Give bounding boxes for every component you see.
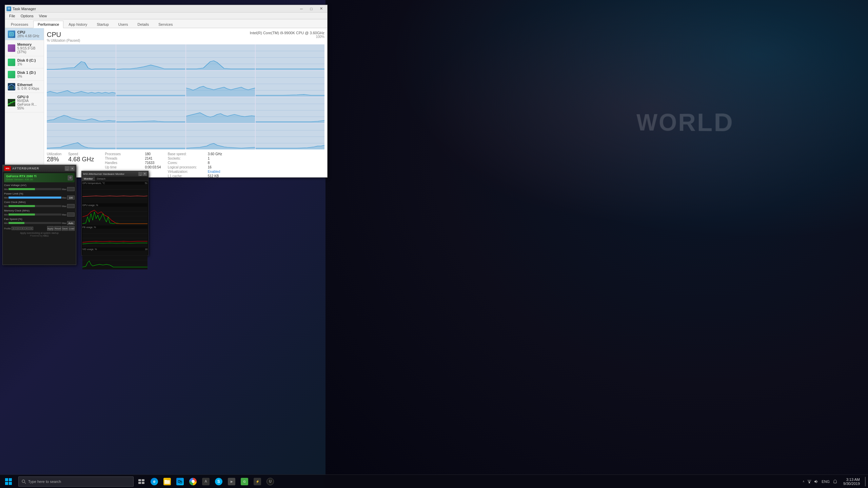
tray-network-icon[interactable] — [807, 479, 812, 484]
menu-file[interactable]: File — [6, 13, 18, 19]
task-view-button[interactable] — [135, 475, 148, 488]
cpu-core-graph-16 — [256, 124, 324, 149]
sidebar-item-disk1[interactable]: Disk 1 (D:) 0% — [5, 68, 44, 81]
system-clock[interactable]: 3:13 AM 9/30/2019 — [841, 477, 863, 486]
profile-dot-3[interactable]: 3 — [20, 227, 24, 230]
core-clock-max-label: Max — [62, 205, 66, 207]
profile-dots: 1 2 3 4 5 — [12, 227, 33, 230]
skype-icon: S — [215, 478, 222, 485]
hw-monitor-body: GPU temperature, °C 51 — [82, 181, 148, 271]
fan-speed-track[interactable] — [8, 222, 61, 224]
tab-performance[interactable]: Performance — [33, 21, 63, 28]
chrome-icon — [189, 478, 197, 485]
save-button[interactable]: Save — [62, 226, 68, 231]
maximize-button[interactable]: □ — [307, 6, 316, 12]
tab-details[interactable]: Details — [133, 21, 154, 28]
store-button[interactable]: 🛍 — [174, 475, 186, 488]
core-clock-track[interactable] — [8, 205, 61, 207]
core-voltage-track[interactable] — [8, 188, 61, 190]
disk1-label: Disk 1 (D:) — [17, 70, 41, 75]
power-limit-label: Power Limit (%) — [4, 192, 75, 195]
core-voltage-slider: Core Voltage (mV) Min Max — [4, 184, 75, 191]
sidebar-item-cpu[interactable]: CPU 28% 4.68 GHz — [5, 28, 44, 40]
file-explorer-icon — [163, 478, 171, 485]
cpu-label: CPU — [17, 30, 41, 34]
cpu-max-percent: 100% — [250, 35, 324, 39]
search-icon — [21, 479, 26, 484]
hw-tab-detach[interactable]: Detach — [95, 177, 107, 181]
skype-button[interactable]: S — [212, 475, 225, 488]
memory-clock-label: Memory Clock (MHz) — [4, 209, 75, 212]
memory-clock-track[interactable] — [8, 214, 61, 216]
ab-settings-button[interactable]: ⚙ — [68, 176, 73, 180]
svg-marker-19 — [116, 95, 185, 97]
app4-button[interactable]: ⚡ — [251, 475, 264, 488]
tab-users[interactable]: Users — [114, 21, 133, 28]
tab-processes[interactable]: Processes — [6, 21, 33, 28]
tray-notification-icon[interactable] — [832, 479, 838, 484]
app2-button[interactable]: ▶ — [225, 475, 238, 488]
cpu-core-graph-11 — [186, 97, 255, 123]
hw-monitor-controls: _ ✕ — [138, 172, 147, 176]
apply-button[interactable]: Apply — [47, 226, 54, 231]
base-speed-value: 3.60 GHz — [208, 152, 222, 156]
cpu-core-graph-2 — [116, 44, 185, 70]
tray-language[interactable]: ENG — [820, 480, 831, 484]
speed-stat: Speed 4.68 GHz — [68, 152, 94, 163]
threads-label: Threads — [105, 157, 142, 160]
cpu-core-graph-5 — [47, 71, 116, 97]
cpu-core-graph-10 — [116, 97, 185, 123]
file-explorer-button[interactable] — [161, 475, 174, 488]
edge-button[interactable]: e — [148, 475, 161, 488]
svg-marker-18 — [47, 90, 116, 97]
chrome-button[interactable] — [186, 475, 199, 488]
sidebar-item-memory[interactable]: Memory 5.9/15.9 GB (37%) — [5, 40, 44, 56]
search-bar[interactable]: Type here to search — [18, 476, 134, 487]
system-tray: ∧ ENG — [799, 479, 841, 484]
ab-minimize-button[interactable]: _ — [65, 166, 70, 171]
power-limit-slider: Power Limit (%) Min Max 100 — [4, 192, 75, 200]
ab-gpu-name: GeForce RTX 2080 Ti — [6, 175, 37, 178]
cpu-performance-content: CPU % Utilization (Paused) Intel(R) Core… — [44, 28, 327, 177]
tab-app-history[interactable]: App history — [64, 21, 92, 28]
tab-services[interactable]: Services — [154, 21, 177, 28]
close-button[interactable]: ✕ — [316, 6, 326, 12]
start-button[interactable] — [0, 475, 17, 488]
sidebar-item-disk0[interactable]: Disk 0 (C:) 1% — [5, 56, 44, 68]
power-limit-track[interactable] — [8, 197, 61, 199]
tab-startup[interactable]: Startup — [92, 21, 113, 28]
ethernet-icon — [8, 83, 15, 90]
minimize-button[interactable]: ─ — [297, 6, 306, 12]
profile-dot-1[interactable]: 1 — [12, 227, 16, 230]
show-desktop-button[interactable] — [863, 475, 868, 488]
menu-view[interactable]: View — [36, 13, 50, 19]
logical-proc-value: 16 — [208, 165, 212, 169]
cpu-core-graph-9 — [47, 97, 116, 123]
menu-options[interactable]: Options — [18, 13, 36, 19]
load-button[interactable]: Load — [68, 226, 75, 231]
cpu-core-graph-15 — [186, 124, 255, 149]
power-limit-max-label: Max — [62, 197, 66, 199]
app3-button[interactable]: G — [238, 475, 251, 488]
tab-bar: Processes Performance App history Startu… — [5, 19, 327, 28]
profile-dot-5[interactable]: 5 — [29, 227, 33, 230]
ab-close-button[interactable]: ✕ — [70, 166, 75, 171]
app4-icon: ⚡ — [254, 478, 261, 485]
tray-volume-icon[interactable] — [813, 479, 819, 484]
sidebar-item-ethernet[interactable]: Ethernet S: 0 R: 0 Kbps — [5, 81, 44, 93]
apply-startup-text: Apply overclocking at system startup — [4, 232, 75, 234]
reset-button[interactable]: Reset — [54, 226, 61, 231]
app1-button[interactable]: A — [199, 475, 212, 488]
hw-close-button[interactable]: ✕ — [143, 172, 147, 176]
unreal-button[interactable]: U — [264, 475, 277, 488]
vid-usage-max: 18 — [145, 248, 147, 250]
tray-expand-button[interactable]: ∧ — [802, 480, 805, 483]
ab-driver-version: Driver Version: 436.30 — [6, 178, 37, 181]
profile-dot-2[interactable]: 2 — [16, 227, 20, 230]
hw-minimize-button[interactable]: _ — [138, 172, 142, 176]
task-manager-title-text: Task Manager — [13, 7, 36, 11]
hw-tab-monitor[interactable]: Monitor — [82, 177, 95, 181]
profile-dot-4[interactable]: 4 — [25, 227, 29, 230]
task-manager-title: ⚙ Task Manager — [6, 6, 36, 11]
sidebar-item-gpu[interactable]: GPU 0 NVIDIA GeForce R... 55% — [5, 93, 44, 113]
